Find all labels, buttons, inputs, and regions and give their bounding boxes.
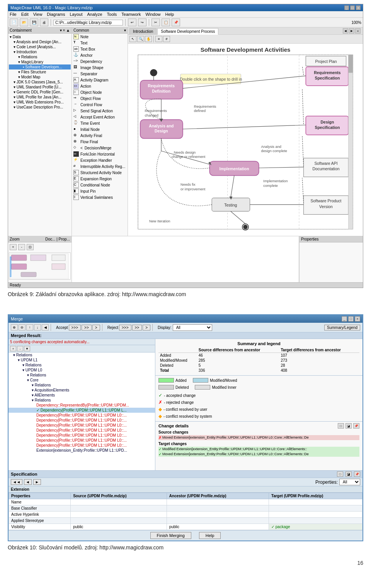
help-btn[interactable]: Help: [199, 532, 221, 539]
menu-teamwork[interactable]: Teamwork: [121, 12, 141, 17]
diag-grid-btn[interactable]: #: [163, 36, 170, 42]
tree-updml0-rel[interactable]: ▾ Relations: [9, 373, 155, 378]
palette-action[interactable]: ▭ Action: [72, 83, 128, 89]
diag-zoom-btn[interactable]: 🔍: [137, 36, 144, 42]
mini-map[interactable]: [9, 252, 71, 280]
tree-item-files[interactable]: ▾ Files Structure: [9, 69, 71, 75]
palette-initial[interactable]: ● Initial Node: [72, 126, 128, 132]
tree-item-analysis[interactable]: ▾ Analysis and Design [An...: [9, 39, 71, 44]
diag-select-btn[interactable]: ↖: [129, 36, 136, 42]
merge-maximize-btn[interactable]: □: [348, 316, 354, 322]
finish-merging-btn[interactable]: Finish Merging: [150, 532, 191, 539]
tree-collapse-btn[interactable]: -: [17, 346, 23, 351]
menu-view[interactable]: View: [33, 12, 43, 17]
spec-nav-prev[interactable]: ◄: [24, 479, 32, 485]
diagram-area[interactable]: Software Development Activities Double c…: [128, 44, 363, 236]
tree-allelements[interactable]: ▾ AllElements: [9, 393, 155, 398]
tree-dep-accepted[interactable]: ✓ Dependency[Profile::UPDM::UPDM L1::UPD…: [9, 408, 155, 413]
tree-item-jdk[interactable]: ▾ JDK 5.0 Classes [Java_5...: [9, 80, 71, 85]
display-dropdown[interactable]: All Conflicts only: [173, 324, 212, 331]
tree-dep-represented[interactable]: Dependency::RepresentedBy[Profile::UPDM:…: [9, 403, 155, 408]
zoom-in-btn[interactable]: +: [10, 244, 17, 250]
tree-item-usecase[interactable]: ▾ UseCase Description Pro...: [9, 105, 71, 110]
menu-tools[interactable]: Tools: [107, 12, 117, 17]
change-detail-icon1[interactable]: □: [338, 423, 344, 429]
tree-item-data[interactable]: ▾ Data: [9, 34, 71, 39]
palette-structured[interactable]: S Structured Activity Node: [72, 169, 128, 176]
tree-ext[interactable]: Extension[extension_Entity:Profile::UPDM…: [9, 448, 155, 453]
file-path[interactable]: C:\Pr...udies\Magic Library.mdzip: [53, 20, 123, 25]
reject-all-btn[interactable]: >>>: [119, 325, 131, 330]
tree-item-software[interactable]: ▪ Software Developm...: [9, 64, 71, 69]
palette-forkjoin[interactable]: ═ Fork/Join Horizontal: [72, 151, 128, 157]
conflicts-link[interactable]: 5 conflicting changes accepted automatic…: [10, 340, 90, 344]
palette-acceptevent[interactable]: ◁ Accept Event Action: [72, 114, 128, 120]
scrollbar-v[interactable]: [348, 55, 353, 229]
tree-updml1[interactable]: ▾ UPDM L1: [9, 358, 155, 363]
tree-dep-7[interactable]: Dependency[Profile::UPDM::UPDM L1::UPDM …: [9, 443, 155, 448]
palette-image[interactable]: 🖼 Image Shape: [72, 64, 128, 71]
merge-tree[interactable]: ▾ Relations ▾ UPDM L1 ▾ Relations ▾ UPDM…: [9, 352, 155, 470]
change-detail-icon2[interactable]: ◪: [345, 423, 352, 429]
tree-dep-6[interactable]: Dependency[Profile::UPDM::UPDM L1::UPDM …: [9, 438, 155, 443]
tab-intro[interactable]: Introduction: [129, 28, 157, 34]
zoom-out-btn[interactable]: -: [18, 244, 25, 250]
tree-item-umljava[interactable]: ▾ UML Profile for Java [An...: [9, 95, 71, 100]
tb-icon5[interactable]: ◀: [42, 324, 49, 330]
palette-swimlanes[interactable]: ⫴ Vertical Swimlanes: [72, 194, 128, 200]
undo-btn[interactable]: ↩: [128, 19, 136, 26]
spec-icon1[interactable]: □: [337, 471, 343, 477]
tree-item-umlstd[interactable]: ▾ UML Standard Profile [U...: [9, 85, 71, 90]
tree-dep-4[interactable]: Dependency[Profile::UPDM::UPDM L1::UPDM …: [9, 428, 155, 433]
tree-updml1-rel[interactable]: ▾ Relations: [9, 363, 155, 368]
tree-filter-btn[interactable]: ▼: [24, 346, 30, 351]
new-btn[interactable]: 📄: [10, 19, 18, 26]
menu-window[interactable]: Window: [145, 12, 160, 17]
tab-right-btn[interactable]: ►: [349, 28, 354, 34]
palette-anchor[interactable]: ⚓ Anchor: [72, 52, 128, 58]
zoom-fit-btn[interactable]: ⊡: [27, 244, 34, 250]
palette-exception[interactable]: ⚡ Exception Handler: [72, 157, 128, 163]
palette-actfinal[interactable]: ⊛ Activity Final: [72, 132, 128, 139]
palette-objectflow[interactable]: ⇒ Object Flow: [72, 95, 128, 102]
tree-acquisition[interactable]: ▾ AcquisitionElements: [9, 388, 155, 393]
accept-all-btn[interactable]: >>>: [69, 325, 81, 330]
tree-updml0[interactable]: ▾ UPDM L0: [9, 368, 155, 373]
open-btn[interactable]: 📂: [20, 19, 28, 26]
tree-item-relations[interactable]: ▾ Relations: [9, 54, 71, 59]
redo-btn[interactable]: ↪: [138, 19, 146, 26]
tree-all-rel[interactable]: ▾ Relations: [9, 398, 155, 403]
spec-props-select[interactable]: All: [339, 479, 360, 485]
palette-interrupt[interactable]: ⌀ Interruptible Activity Reg...: [72, 163, 128, 169]
paste-btn[interactable]: 📌: [172, 19, 180, 26]
tree-item-umlweb[interactable]: ▾ UML Web Extensions Pro...: [9, 100, 71, 105]
tree-dep-3[interactable]: Dependency[Profile::UPDM::UPDM L1::UPDM …: [9, 423, 155, 428]
merge-close-btn[interactable]: ×: [355, 316, 360, 322]
menu-file[interactable]: File: [10, 12, 17, 17]
change-detail-icon3[interactable]: 📌: [353, 423, 359, 429]
tb-icon3[interactable]: ↑: [26, 324, 33, 330]
menu-analyze[interactable]: Analyze: [87, 12, 102, 17]
tree-item-intro[interactable]: ▾ Introduction: [9, 49, 71, 54]
tree-content[interactable]: ▾ Data ▾ Analysis and Design [An... ▾ Co…: [8, 34, 71, 236]
spec-nav-next[interactable]: ►: [33, 479, 41, 485]
tab-close-btn[interactable]: ×: [355, 28, 361, 34]
scrollbar-thumb[interactable]: [348, 55, 353, 73]
tab-left-btn[interactable]: ◄: [343, 28, 348, 34]
menu-edit[interactable]: Edit: [21, 12, 29, 17]
palette-conditional[interactable]: C Conditional Node: [72, 182, 128, 188]
tree-expand-btn[interactable]: +: [10, 346, 16, 351]
palette-text[interactable]: T Text: [72, 40, 128, 46]
summary-legend-btn[interactable]: Summary/Legend: [324, 325, 360, 330]
tree-item-modelmap[interactable]: ▾ Model Map: [9, 75, 71, 80]
minimize-btn[interactable]: _: [344, 5, 349, 10]
tree-item-gddl[interactable]: ▾ Generic DDL Profile [Gen...: [9, 90, 71, 95]
accept-many-btn[interactable]: >>: [82, 325, 92, 330]
maximize-btn[interactable]: □: [350, 5, 355, 10]
menu-diagrams[interactable]: Diagrams: [47, 12, 65, 17]
diag-hand-btn[interactable]: ✋: [145, 36, 152, 42]
spec-nav-first[interactable]: ◄◄: [11, 479, 22, 485]
spec-pin[interactable]: 📌: [354, 471, 360, 477]
tree-relations[interactable]: ▾ Relations: [9, 352, 155, 358]
reject-many-btn[interactable]: >>: [132, 325, 142, 330]
